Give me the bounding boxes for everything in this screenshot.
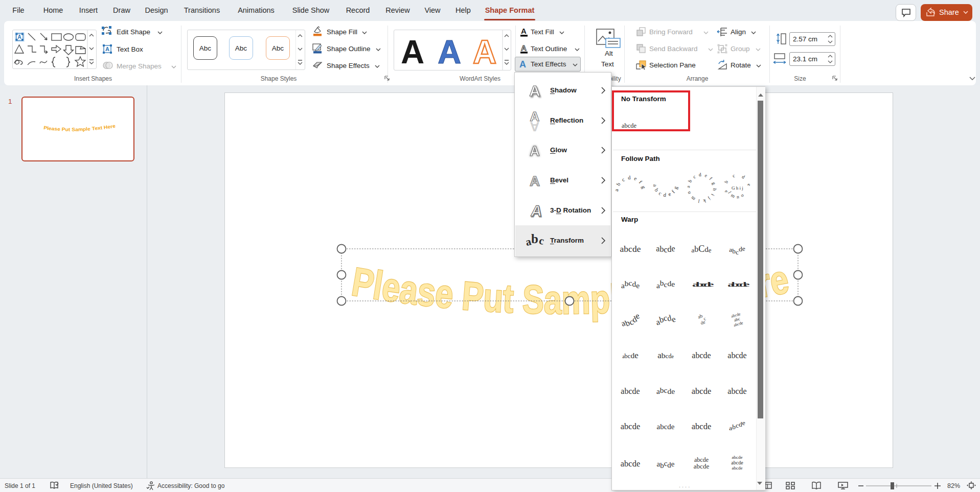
svg-text:A: A [105, 46, 109, 52]
svg-text:abcde: abcde [656, 459, 674, 470]
svg-text:abcde: abcde [731, 460, 743, 465]
svg-text:A: A [530, 144, 540, 159]
svg-text:abcde: abcde [621, 459, 640, 468]
svg-text:abcde: abcde [692, 421, 711, 431]
svg-text:A: A [530, 119, 540, 134]
svg-text:a b c d e f g: a b c d e f g [613, 175, 647, 192]
svg-text:abcde: abcde [656, 386, 675, 395]
svg-text:abcde: abcde [727, 387, 746, 395]
svg-text:abcde: abcde [656, 244, 675, 254]
svg-text:A: A [519, 59, 526, 69]
svg-text:abcde: abcde [729, 419, 745, 432]
svg-text:A: A [438, 34, 461, 71]
svg-text:abcde: abcde [657, 423, 675, 431]
svg-text:a b c d e f g: a b c d e f g [652, 184, 679, 198]
svg-text:abcde: abcde [621, 421, 640, 431]
svg-text:a b c d e f g h i j k l m n: a b c d e f g h i j k l m n [686, 172, 717, 204]
svg-text:abCde: abCde [691, 244, 711, 254]
svg-text:abcde: abcde [621, 278, 640, 290]
svg-text:a b c d e f: a b c d e f [612, 166, 752, 194]
svg-text:abcde: abcde [732, 455, 743, 460]
svg-text:abcde: abcde [620, 244, 641, 254]
svg-text:A: A [473, 34, 496, 71]
svg-text:A: A [529, 82, 540, 99]
svg-text:abcde: abcde [656, 278, 675, 290]
svg-text:G h i j: G h i j [732, 185, 743, 191]
svg-text:abcde: abcde [727, 351, 746, 360]
svg-text:A: A [521, 27, 527, 35]
svg-text:abcde: abcde [619, 311, 642, 330]
svg-text:abcde: abcde [654, 311, 676, 329]
svg-text:abcde: abcde [729, 245, 745, 256]
svg-text:abcde: abcde [692, 281, 714, 288]
svg-text:A: A [531, 176, 538, 188]
svg-text:b: b [531, 232, 538, 246]
svg-text:abcde: abcde [622, 350, 639, 360]
svg-text:c: c [538, 234, 545, 247]
svg-text:abcde: abcde [692, 351, 711, 360]
svg-text:abcde: abcde [732, 465, 743, 471]
svg-text:abcde: abcde [692, 386, 711, 396]
svg-text:abcde: abcde [727, 281, 749, 288]
svg-text:abcde: abcde [621, 387, 640, 395]
svg-text:A: A [521, 43, 527, 52]
svg-text:abcde: abcde [694, 462, 710, 470]
svg-text:Please Put Sample Text Here: Please Put Sample Text Here [43, 123, 116, 132]
svg-text:Share: Share [939, 8, 959, 16]
svg-text:A: A [18, 34, 21, 40]
svg-text:A: A [401, 34, 424, 71]
svg-text:abcde: abcde [657, 350, 674, 360]
